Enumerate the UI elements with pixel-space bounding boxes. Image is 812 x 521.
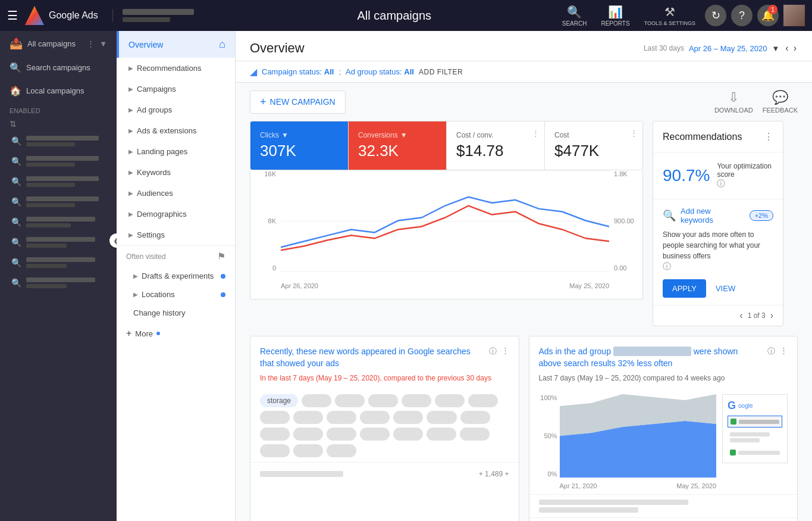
add-filter-btn[interactable]: ADD FILTER	[419, 68, 463, 76]
nav-landing-pages[interactable]: ▶ Landing pages	[117, 141, 235, 162]
search-campaigns-item[interactable]: 🔍 Search campaigns	[0, 56, 117, 79]
question-icon[interactable]: ⓘ	[717, 179, 725, 188]
rec-score-label: Your optimization score	[717, 162, 773, 179]
keyword-chip[interactable]	[427, 428, 456, 441]
local-campaigns-item[interactable]: 🏠 Local campaigns	[0, 79, 117, 102]
prev-date-btn[interactable]: ‹	[784, 42, 789, 55]
sort-campaigns-btn[interactable]: ⇅	[0, 117, 117, 131]
keyword-chip[interactable]	[302, 394, 331, 407]
nav-overview-item[interactable]: Overview ⌂	[117, 31, 235, 58]
campaign-item[interactable]: 🔍	[0, 151, 117, 171]
logo-triangle-icon	[25, 6, 44, 25]
keyword-chip[interactable]	[327, 444, 356, 457]
tools-settings-btn[interactable]: ⚒ TOOLS & SETTINGS	[639, 2, 700, 29]
date-label: Last 30 days	[644, 44, 684, 52]
keyword-chip[interactable]	[427, 411, 457, 424]
account-menu-btn[interactable]	[783, 5, 805, 26]
rec-badge: +2%	[750, 210, 773, 221]
nav-settings[interactable]: ▶ Settings	[117, 224, 235, 245]
keyword-chip[interactable]	[360, 428, 390, 441]
nav-ad-groups[interactable]: ▶ Ad groups	[117, 99, 235, 120]
more-icon[interactable]: ⋮	[501, 346, 509, 357]
bookmark-icon[interactable]: ⚑	[217, 251, 225, 262]
campaign-item[interactable]: 🔍	[0, 131, 117, 151]
keyword-chip[interactable]	[435, 394, 465, 407]
nav-change-history[interactable]: Change history	[117, 304, 235, 322]
more-dot-indicator	[156, 332, 160, 335]
keyword-chip[interactable]	[260, 411, 290, 424]
rec-more-btn[interactable]: ⋮	[764, 131, 773, 142]
campaign-status-filter[interactable]: Campaign status: All	[262, 67, 334, 76]
keyword-chip[interactable]	[393, 428, 423, 441]
nav-keywords[interactable]: ▶ Keywords	[117, 162, 235, 183]
keyword-chip[interactable]	[293, 411, 323, 424]
keyword-chip[interactable]	[293, 444, 323, 457]
campaign-item[interactable]: 🔍	[0, 273, 117, 293]
nav-ads-extensions[interactable]: ▶ Ads & extensions	[117, 120, 235, 141]
keyword-chip[interactable]	[368, 394, 398, 407]
keyword-chip[interactable]	[260, 444, 290, 457]
nav-recommendations[interactable]: ▶ Recommendations	[117, 58, 235, 79]
metric-more-btn[interactable]: ⋮	[630, 129, 638, 138]
nav-more-btn[interactable]: + More	[117, 322, 235, 345]
rec-apply-btn[interactable]: APPLY	[663, 279, 706, 298]
keyword-chip[interactable]	[393, 411, 423, 424]
nav-arrow-icon: ▶	[128, 190, 133, 196]
nav-audiences[interactable]: ▶ Audiences	[117, 183, 235, 204]
rec-view-btn[interactable]: VIEW	[711, 279, 740, 298]
nav-locations[interactable]: ▶ Locations	[117, 285, 235, 304]
metric-conversions[interactable]: Conversions ▼ 32.3K	[349, 121, 447, 170]
keyword-chip[interactable]	[335, 394, 365, 407]
reports-action-btn[interactable]: 📊 REPORTS	[596, 2, 634, 29]
keyword-chip[interactable]	[360, 411, 390, 424]
refresh-btn[interactable]: ↻	[705, 5, 726, 26]
enabled-section-label: Enabled	[0, 102, 117, 117]
page-title: All campaigns	[231, 9, 557, 23]
rec-next-btn[interactable]: ›	[770, 310, 773, 321]
keyword-chip[interactable]	[402, 394, 431, 407]
keyword-chip[interactable]	[327, 411, 356, 424]
metric-cost[interactable]: Cost $477K ⋮	[545, 121, 642, 170]
feedback-btn[interactable]: 💬 FEEDBACK	[763, 90, 798, 114]
more-options-icon[interactable]: ⋮	[87, 39, 95, 48]
campaign-item[interactable]: 🔍	[0, 232, 117, 252]
keyword-chip[interactable]	[327, 428, 356, 441]
expand-icon[interactable]: ▼	[99, 39, 107, 48]
keyword-chip[interactable]	[460, 411, 490, 424]
rec-prev-btn[interactable]: ‹	[739, 310, 742, 321]
metric-clicks[interactable]: Clicks ▼ 307K	[250, 121, 349, 170]
campaign-item[interactable]: 🔍	[0, 212, 117, 232]
new-campaign-btn[interactable]: + NEW CAMPAIGN	[250, 91, 346, 114]
campaign-search-icon: 🔍	[11, 157, 21, 166]
ad-group-status-filter[interactable]: Ad group status: All	[346, 67, 414, 76]
help-icon[interactable]: ⓘ	[767, 346, 775, 357]
keyword-chip[interactable]: storage	[260, 394, 298, 407]
metric-cost-conv[interactable]: Cost / conv. $14.78 ⋮	[447, 121, 545, 170]
overview-header: Overview Last 30 days Apr 26 – May 25, 2…	[236, 31, 812, 61]
nav-campaigns[interactable]: ▶ Campaigns	[117, 79, 235, 99]
metric-more-btn[interactable]: ⋮	[532, 129, 540, 138]
help-btn[interactable]: ?	[731, 5, 753, 26]
search-action-btn[interactable]: 🔍 SEARCH	[557, 2, 592, 29]
hamburger-menu[interactable]: ☰	[7, 8, 18, 23]
download-btn[interactable]: ⇩ DOWNLOAD	[714, 90, 753, 114]
campaign-item[interactable]: 🔍	[0, 192, 117, 212]
download-icon: ⇩	[728, 90, 739, 105]
top-navigation: ☰ Google Ads All campaigns 🔍 SEARCH 📊 RE…	[0, 0, 812, 31]
keyword-chip[interactable]	[260, 428, 290, 441]
question-icon[interactable]: ⓘ	[663, 261, 671, 271]
keyword-chip[interactable]	[468, 394, 498, 407]
next-date-btn[interactable]: ›	[792, 42, 798, 55]
campaign-item[interactable]: 🔍	[0, 171, 117, 192]
help-icon[interactable]: ⓘ	[489, 346, 497, 357]
keyword-chip[interactable]	[293, 428, 323, 441]
nav-demographics[interactable]: ▶ Demographics	[117, 204, 235, 224]
campaign-item[interactable]: 🔍	[0, 252, 117, 273]
notification-btn[interactable]: 🔔 1	[757, 5, 779, 26]
nav-drafts-experiments[interactable]: ▶ Drafts & experiments	[117, 267, 235, 285]
insight-card-subtitle: In the last 7 days (May 19 – 25, 2020), …	[250, 374, 519, 389]
more-icon[interactable]: ⋮	[780, 346, 788, 357]
keyword-chip[interactable]	[460, 428, 490, 441]
all-campaigns-item[interactable]: 📤 All campaigns ⋮ ▼	[0, 31, 117, 56]
date-dropdown-icon[interactable]: ▼	[772, 44, 779, 53]
